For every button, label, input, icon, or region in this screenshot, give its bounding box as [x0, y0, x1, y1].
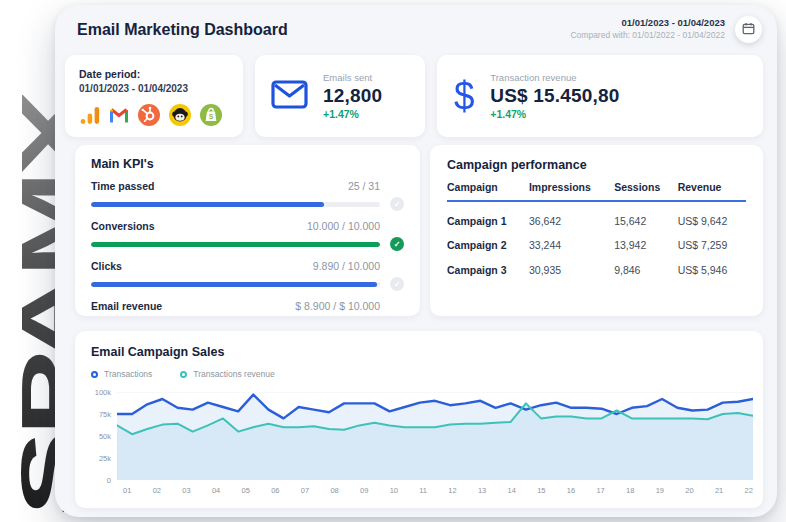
x-tick-label: 22 — [745, 486, 753, 495]
table-cell: Campaign 2 — [447, 227, 529, 252]
kpi-label: Conversions — [91, 220, 155, 232]
kpi-item: Email revenue $ 8.900 / $ 10.000 ✓ — [91, 300, 404, 316]
main-kpis-card: Main KPI's Time passed 25 / 31 ✓ Convers… — [75, 145, 420, 316]
legend-label: Transactions revenue — [193, 369, 274, 379]
table-cell: US$ 9,642 — [678, 201, 746, 227]
x-tick-label: 06 — [271, 486, 279, 495]
table-cell: Campaign 1 — [447, 201, 529, 227]
kpi-check-icon: ✓ — [390, 197, 404, 211]
transactions-swatch-icon — [91, 371, 98, 378]
table-cell: US$ 5,946 — [678, 251, 746, 276]
mailchimp-icon — [168, 103, 192, 127]
transaction-revenue-value: US$ 15.450,80 — [490, 85, 619, 107]
table-row: Campaign 136,64215,642US$ 9,642 — [447, 201, 746, 227]
kpi-progress-track — [91, 202, 380, 207]
x-tick-label: 19 — [656, 486, 664, 495]
table-cell: 13,942 — [614, 227, 678, 252]
sales-area-chart — [117, 392, 753, 480]
x-tick-label: 10 — [390, 486, 398, 495]
y-tick-label: 0 — [107, 476, 111, 485]
dashboard-card: Email Marketing Dashboard 01/01/2023 - 0… — [55, 5, 777, 517]
kpi-item: Time passed 25 / 31 ✓ — [91, 180, 404, 211]
chart-title: Email Campaign Sales — [91, 345, 753, 359]
table-header-cell: Impressions — [529, 181, 614, 201]
campaign-performance-title: Campaign performance — [447, 158, 746, 172]
chart-y-axis: 100k75k50k25k0 — [91, 392, 117, 480]
transaction-revenue-delta: +1.47% — [490, 108, 619, 120]
date-period-label: Date period: — [79, 68, 229, 80]
date-range-current: 01/01/2023 - 01/04/2023 — [570, 17, 725, 28]
kpi-progress-track — [91, 282, 380, 287]
kpi-check-icon: ✓ — [390, 237, 404, 251]
x-tick-label: 14 — [508, 486, 516, 495]
emails-sent-value: 12,800 — [323, 85, 382, 107]
table-cell: 9,846 — [614, 251, 678, 276]
chart-x-axis: 0102030405060708091011121314151617181920… — [123, 486, 753, 495]
table-cell: 30,935 — [529, 251, 614, 276]
x-tick-label: 09 — [360, 486, 368, 495]
date-range-display: 01/01/2023 - 01/04/2023 Compared with: 0… — [570, 17, 725, 40]
y-tick-label: 50k — [99, 432, 111, 441]
table-header-cell: Campaign — [447, 181, 529, 201]
email-campaign-sales-card: Email Campaign Sales Transactions Transa… — [75, 331, 763, 508]
table-cell: US$ 7,259 — [678, 227, 746, 252]
kpi-progress-fill — [91, 282, 377, 287]
x-tick-label: 16 — [567, 486, 575, 495]
emails-sent-card: Emails sent 12,800 +1.47% — [255, 55, 425, 137]
table-cell: 15,642 — [614, 201, 678, 227]
hubspot-icon — [137, 103, 161, 127]
x-tick-label: 12 — [448, 486, 456, 495]
emails-sent-delta: +1.47% — [323, 108, 382, 120]
kpi-label: Time passed — [91, 180, 154, 192]
dollar-icon: $ — [454, 76, 474, 116]
legend-label: Transactions — [104, 369, 152, 379]
x-tick-label: 01 — [123, 486, 131, 495]
x-tick-label: 05 — [242, 486, 250, 495]
table-header-cell: Sessions — [614, 181, 678, 201]
table-cell: 36,642 — [529, 201, 614, 227]
svg-text:S: S — [209, 113, 214, 120]
date-period-value: 01/01/2023 - 01/04/2023 — [79, 83, 229, 94]
x-tick-label: 13 — [478, 486, 486, 495]
x-tick-label: 03 — [182, 486, 190, 495]
table-header-row: CampaignImpressionsSessionsRevenue — [447, 181, 746, 201]
kpi-progress-fill — [91, 242, 380, 247]
table-row: Campaign 330,9359,846US$ 5,946 — [447, 251, 746, 276]
x-tick-label: 21 — [715, 486, 723, 495]
table-header-cell: Revenue — [678, 181, 746, 201]
campaign-table-body: Campaign 136,64215,642US$ 9,642Campaign … — [447, 201, 746, 276]
date-period-card: Date period: 01/01/2023 - 01/04/2023 S — [65, 55, 243, 137]
connected-platforms: S — [79, 103, 229, 127]
kpi-item: Clicks 9.890 / 10.000 ✓ — [91, 260, 404, 291]
transaction-revenue-label: Transaction revenue — [490, 72, 619, 83]
x-tick-label: 11 — [419, 486, 427, 495]
shopify-icon: S — [199, 103, 223, 127]
kpi-progress-fill — [91, 202, 324, 207]
y-tick-label: 75k — [99, 410, 111, 419]
x-tick-label: 04 — [212, 486, 220, 495]
envelope-icon — [271, 80, 308, 113]
kpi-label: Clicks — [91, 260, 122, 272]
x-tick-label: 20 — [685, 486, 693, 495]
kpi-progress-track — [91, 242, 380, 247]
x-tick-label: 18 — [626, 486, 634, 495]
kpi-value: $ 8.900 / $ 10.000 — [295, 300, 380, 312]
kpi-value: 25 / 31 — [348, 180, 380, 192]
kpi-item: Conversions 10.000 / 10.000 ✓ — [91, 220, 404, 251]
calendar-button[interactable] — [735, 16, 762, 43]
kpi-value: 9.890 / 10.000 — [313, 260, 380, 272]
legend-item-transactions-revenue[interactable]: Transactions revenue — [180, 369, 274, 379]
x-tick-label: 15 — [537, 486, 545, 495]
table-cell: Campaign 3 — [447, 251, 529, 276]
y-tick-label: 100k — [95, 388, 111, 397]
legend-item-transactions[interactable]: Transactions — [91, 369, 152, 379]
chart-legend: Transactions Transactions revenue — [91, 369, 753, 379]
table-cell: 33,244 — [529, 227, 614, 252]
calendar-icon — [742, 22, 755, 38]
kpi-value: 10.000 / 10.000 — [307, 220, 380, 232]
transactions-revenue-swatch-icon — [180, 371, 187, 378]
kpi-label: Email revenue — [91, 300, 162, 312]
x-tick-label: 17 — [596, 486, 604, 495]
kpi-list: Time passed 25 / 31 ✓ Conversions 10.000… — [91, 180, 404, 316]
kpi-check-icon: ✓ — [390, 277, 404, 291]
